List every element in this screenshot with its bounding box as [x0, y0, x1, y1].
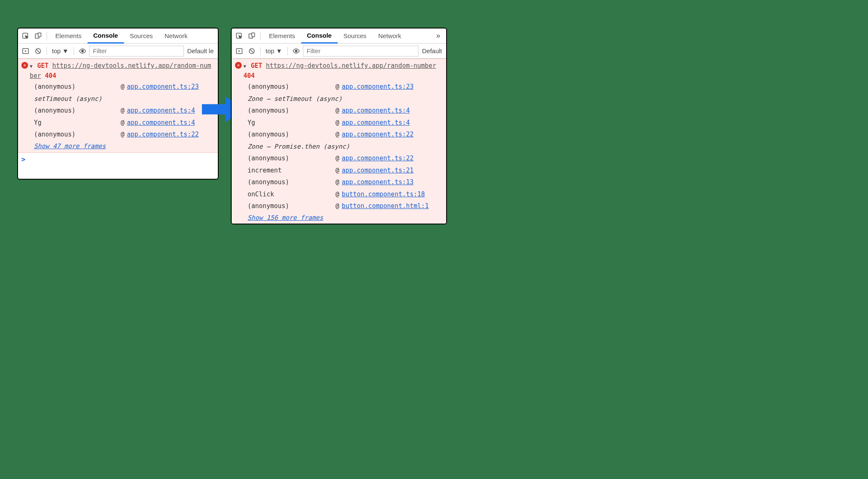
tab-sources[interactable]: Sources: [124, 28, 159, 44]
more-tabs-icon[interactable]: »: [432, 31, 444, 40]
inspect-icon[interactable]: [20, 30, 31, 42]
stack-frame: Zone — setTimeout (async): [248, 93, 443, 105]
at-symbol: @: [336, 117, 339, 129]
live-expression-icon[interactable]: [77, 45, 88, 57]
stack-zone-label: Zone — setTimeout (async): [248, 93, 342, 105]
at-symbol: @: [121, 105, 124, 117]
stack-function: Yg: [34, 117, 121, 129]
at-symbol: @: [336, 81, 339, 93]
source-link[interactable]: app.component.ts:22: [342, 152, 414, 165]
device-toggle-icon[interactable]: [32, 30, 44, 42]
chevron-down-icon: ▼: [62, 47, 69, 54]
svg-point-11: [295, 50, 297, 52]
devtools-tabbar: Elements Console Sources Network »: [232, 28, 446, 44]
sidebar-toggle-icon[interactable]: [20, 45, 31, 57]
at-symbol: @: [336, 176, 339, 188]
show-more-frames[interactable]: Show 47 more frames: [31, 141, 218, 150]
stack-frame: Yg@app.component.ts:4: [34, 117, 214, 129]
log-levels[interactable]: Default le: [185, 47, 216, 54]
stack-function: onClick: [248, 188, 336, 201]
stack-function: increment: [248, 165, 336, 177]
at-symbol: @: [121, 129, 124, 141]
svg-point-5: [81, 50, 83, 52]
source-link[interactable]: app.component.ts:22: [127, 129, 199, 141]
show-more-frames[interactable]: Show 156 more frames: [244, 212, 446, 221]
stack-frame: Yg@app.component.ts:4: [248, 117, 443, 129]
source-link[interactable]: app.component.ts:4: [127, 105, 195, 117]
live-expression-icon[interactable]: [290, 45, 302, 57]
console-error: ✕ ▼ GET https://ng-devtools.netlify.app/…: [232, 59, 446, 224]
stack-frame: setTimeout (async): [34, 93, 214, 105]
tab-console[interactable]: Console: [301, 28, 338, 44]
separator: [260, 32, 261, 40]
stack-function: (anonymous): [248, 81, 336, 93]
source-link[interactable]: app.component.ts:22: [342, 129, 414, 141]
stack-frame: (anonymous)@app.component.ts:22: [248, 129, 443, 141]
at-symbol: @: [121, 117, 124, 129]
devtools-panel-after: Elements Console Sources Network » top ▼…: [231, 28, 447, 224]
stack-function: (anonymous): [248, 105, 336, 117]
tab-elements[interactable]: Elements: [263, 28, 301, 44]
sidebar-toggle-icon[interactable]: [233, 45, 245, 57]
console-body: ✕ ▼ GET https://ng-devtools.netlify.app/…: [18, 59, 218, 166]
clear-console-icon[interactable]: [246, 45, 258, 57]
request-url[interactable]: https://ng-devtools.netlify.app/random-n…: [30, 62, 211, 80]
console-toolbar: top ▼ Default: [232, 44, 446, 59]
at-symbol: @: [336, 152, 339, 165]
devtools-panel-before: Elements Console Sources Network top ▼ D…: [17, 28, 219, 180]
separator: [46, 47, 47, 55]
stack-trace: (anonymous)@app.component.ts:23setTimeou…: [31, 81, 218, 141]
tab-sources[interactable]: Sources: [338, 28, 372, 44]
stack-frame: Zone — Promise.then (async): [248, 141, 443, 153]
error-icon: ✕: [21, 62, 28, 69]
stack-frame: (anonymous)@app.component.ts:22: [248, 152, 443, 165]
console-error: ✕ ▼ GET https://ng-devtools.netlify.app/…: [18, 59, 218, 153]
separator: [74, 47, 74, 55]
filter-input[interactable]: [89, 46, 184, 57]
disclosure-triangle-icon[interactable]: ▼: [243, 64, 246, 69]
source-link[interactable]: button.component.ts:18: [342, 188, 425, 201]
console-toolbar: top ▼ Default le: [18, 44, 218, 59]
stack-function: (anonymous): [34, 81, 121, 93]
tab-network[interactable]: Network: [159, 28, 194, 44]
tab-elements[interactable]: Elements: [49, 28, 88, 44]
stack-frame: (anonymous)@app.component.ts:4: [34, 105, 214, 117]
separator: [46, 32, 47, 40]
at-symbol: @: [121, 81, 124, 93]
svg-rect-2: [38, 33, 41, 36]
source-link[interactable]: app.component.ts:21: [342, 165, 414, 177]
inspect-icon[interactable]: [233, 30, 245, 42]
stack-function: (anonymous): [248, 129, 336, 141]
source-link[interactable]: app.component.ts:13: [342, 176, 414, 188]
clear-console-icon[interactable]: [32, 45, 44, 57]
context-label: top: [52, 47, 61, 54]
error-icon: ✕: [235, 62, 242, 69]
device-toggle-icon[interactable]: [246, 30, 258, 42]
source-link[interactable]: app.component.ts:23: [127, 81, 199, 93]
source-link[interactable]: app.component.ts:23: [342, 81, 414, 93]
source-link[interactable]: app.component.ts:4: [342, 105, 410, 117]
context-selector[interactable]: top ▼: [49, 47, 71, 54]
source-link[interactable]: button.component.html:1: [342, 200, 429, 212]
http-status: 404: [243, 72, 255, 80]
stack-frame: (anonymous)@app.component.ts:22: [34, 129, 214, 141]
separator: [260, 47, 261, 55]
request-url[interactable]: https://ng-devtools.netlify.app/random-n…: [266, 62, 436, 70]
at-symbol: @: [336, 165, 339, 177]
stack-zone-label: Zone — Promise.then (async): [248, 141, 350, 153]
context-selector[interactable]: top ▼: [263, 47, 285, 54]
console-prompt[interactable]: >: [18, 153, 218, 166]
stack-zone-label: setTimeout (async): [34, 93, 102, 105]
at-symbol: @: [336, 105, 339, 117]
stack-frame: (anonymous)@app.component.ts:4: [248, 105, 443, 117]
tab-console[interactable]: Console: [88, 28, 124, 44]
tab-network[interactable]: Network: [372, 28, 407, 44]
filter-input[interactable]: [303, 46, 419, 57]
chevron-down-icon: ▼: [276, 47, 282, 54]
source-link[interactable]: app.component.ts:4: [342, 117, 410, 129]
log-levels[interactable]: Default: [419, 47, 444, 54]
context-label: top: [266, 47, 274, 54]
disclosure-triangle-icon[interactable]: ▼: [30, 64, 33, 69]
console-prompt[interactable]: >: [232, 224, 446, 225]
source-link[interactable]: app.component.ts:4: [127, 117, 195, 129]
